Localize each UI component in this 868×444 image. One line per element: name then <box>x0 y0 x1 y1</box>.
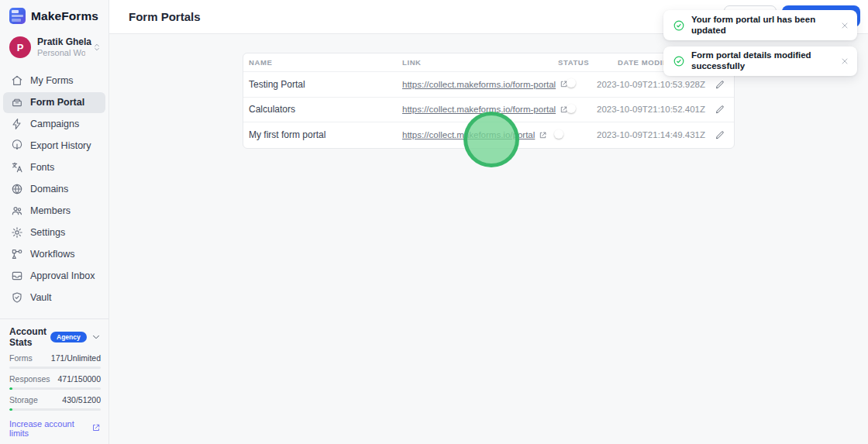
account-stats-title: Account Stats <box>9 326 46 348</box>
lightning-icon <box>10 118 23 131</box>
plan-badge: Agency <box>50 332 87 342</box>
portal-link[interactable]: https://collect.makeforms.io/portal <box>402 130 535 139</box>
table-row: My first form portal https://collect.mak… <box>243 122 734 148</box>
progress-track <box>9 387 101 390</box>
increase-account-limits-link[interactable]: Increase account limits <box>9 419 101 438</box>
table-row: Testing Portal https://collect.makeforms… <box>243 72 734 98</box>
stat-row-storage: Storage 430/51200 <box>9 395 101 411</box>
progress-track <box>9 367 101 369</box>
toast-message: Form portal details modified successfull… <box>691 50 834 72</box>
stat-row-responses: Responses 471/150000 <box>9 374 101 390</box>
users-icon <box>10 205 23 218</box>
close-icon[interactable] <box>840 57 849 66</box>
sidebar-item-fonts[interactable]: Fonts <box>3 157 105 178</box>
sidebar-item-domains[interactable]: Domains <box>3 179 105 200</box>
shield-icon <box>10 291 23 305</box>
stat-row-forms: Forms 171/Unlimited <box>9 353 101 369</box>
sidebar-item-members[interactable]: Members <box>3 201 105 222</box>
portal-link[interactable]: https://collect.makeforms.io/form-portal <box>402 80 556 89</box>
column-header-name: NAME <box>249 58 402 67</box>
main-content: Form Portals NAME LINK STATUS DATE MODIF… <box>109 0 868 444</box>
archive-icon <box>10 96 23 109</box>
sidebar-item-my-forms[interactable]: My Forms <box>3 71 105 91</box>
avatar: P <box>9 36 31 58</box>
edit-pencil-icon[interactable] <box>711 101 728 118</box>
sidebar-item-approval-inbox[interactable]: Approval Inbox <box>3 266 105 287</box>
app-name: MakeForms <box>31 9 98 23</box>
translate-icon <box>10 161 23 174</box>
table-row: Calculators https://collect.makeforms.io… <box>243 98 734 123</box>
sidebar-nav: My Forms Form Portal Campaigns Export Hi… <box>0 67 108 312</box>
portal-link[interactable]: https://collect.makeforms.io/form-portal <box>402 105 556 114</box>
sidebar-item-vault[interactable]: Vault <box>3 287 105 308</box>
logo[interactable]: MakeForms <box>0 0 108 30</box>
download-circle-icon <box>10 139 23 153</box>
sidebar: MakeForms P Pratik Ghela Personal Wo... … <box>0 0 109 444</box>
gear-icon <box>10 226 23 239</box>
workspace-name: Personal Wo... <box>37 47 85 58</box>
makeforms-logo-icon <box>9 8 26 24</box>
portal-name: Testing Portal <box>249 79 402 90</box>
date-modified: 2023-10-09T21:10:53.928Z <box>597 80 711 89</box>
form-portals-table: NAME LINK STATUS DATE MODIFIED Testing P… <box>243 53 735 149</box>
workspace-switcher[interactable]: P Pratik Ghela Personal Wo... <box>0 30 108 67</box>
close-icon[interactable] <box>840 21 849 30</box>
date-modified: 2023-10-09T21:14:49.431Z <box>597 130 711 139</box>
home-icon <box>10 74 23 88</box>
app-window: MakeForms P Pratik Ghela Personal Wo... … <box>0 0 868 444</box>
date-modified: 2023-10-09T21:10:52.401Z <box>597 105 711 114</box>
sidebar-item-workflows[interactable]: Workflows <box>3 244 105 265</box>
portal-name: Calculators <box>249 104 402 115</box>
progress-track <box>9 408 101 411</box>
edit-pencil-icon[interactable] <box>711 126 728 143</box>
account-stats-panel: Account Stats Agency Forms 171/Unlimited… <box>0 318 108 444</box>
page-title: Form Portals <box>129 10 201 23</box>
toast-notification: Form portal details modified successfull… <box>663 46 857 76</box>
profile-name: Pratik Ghela <box>37 36 85 47</box>
chevron-down-icon[interactable] <box>91 332 102 342</box>
sidebar-item-settings[interactable]: Settings <box>3 222 105 243</box>
external-link-icon <box>91 423 101 434</box>
sidebar-item-form-portal[interactable]: Form Portal <box>3 92 105 113</box>
up-down-chevron-icon <box>91 42 102 53</box>
workflow-icon <box>10 248 23 261</box>
column-header-status: STATUS <box>558 58 597 67</box>
sidebar-item-campaigns[interactable]: Campaigns <box>3 114 105 135</box>
external-link-icon[interactable] <box>539 131 547 139</box>
column-header-link: LINK <box>402 58 558 67</box>
portal-name: My first form portal <box>249 129 402 140</box>
sidebar-item-export-history[interactable]: Export History <box>3 136 105 157</box>
toast-message: Your form portal url has been updated <box>691 15 834 36</box>
check-circle-icon <box>673 55 685 67</box>
toast-notification: Your form portal url has been updated <box>663 10 857 40</box>
table-header-row: NAME LINK STATUS DATE MODIFIED <box>243 53 734 72</box>
inbox-icon <box>10 270 23 283</box>
edit-pencil-icon[interactable] <box>711 76 728 93</box>
globe-icon <box>10 183 23 196</box>
check-circle-icon <box>673 19 685 32</box>
